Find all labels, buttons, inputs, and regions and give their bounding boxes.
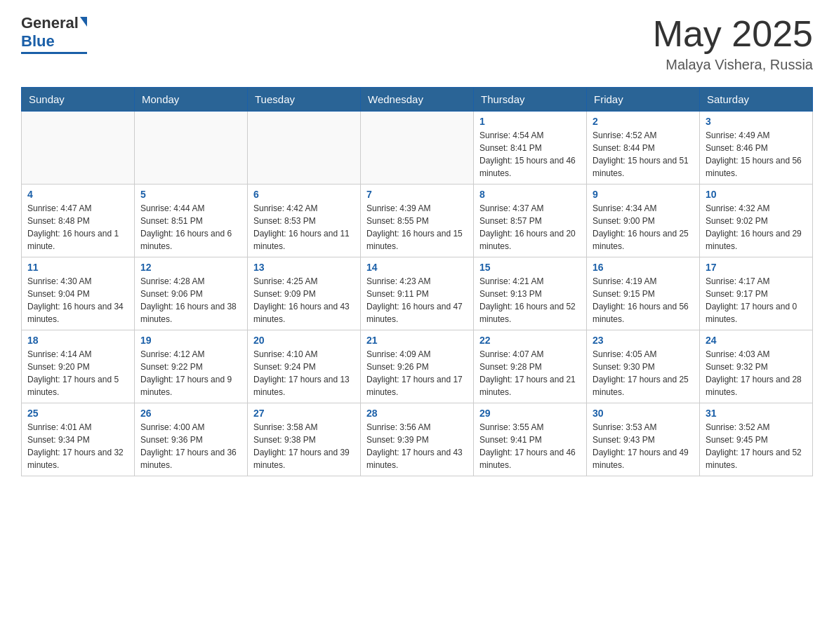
day-info: Sunrise: 4:00 AM Sunset: 9:36 PM Dayligh…: [140, 421, 241, 471]
weekday-header-tuesday: Tuesday: [248, 88, 361, 112]
calendar-cell: 2Sunrise: 4:52 AM Sunset: 8:44 PM Daylig…: [587, 112, 700, 185]
calendar-cell: 23Sunrise: 4:05 AM Sunset: 9:30 PM Dayli…: [587, 330, 700, 403]
day-info: Sunrise: 3:55 AM Sunset: 9:41 PM Dayligh…: [479, 421, 581, 471]
day-number: 11: [27, 262, 128, 273]
day-number: 30: [593, 408, 694, 419]
day-info: Sunrise: 4:12 AM Sunset: 9:22 PM Dayligh…: [140, 348, 241, 398]
day-number: 3: [706, 116, 807, 127]
calendar-cell: 26Sunrise: 4:00 AM Sunset: 9:36 PM Dayli…: [135, 403, 248, 476]
day-info: Sunrise: 4:34 AM Sunset: 9:00 PM Dayligh…: [593, 202, 694, 253]
day-info: Sunrise: 4:32 AM Sunset: 9:02 PM Dayligh…: [706, 202, 807, 253]
day-info: Sunrise: 4:42 AM Sunset: 8:53 PM Dayligh…: [253, 202, 355, 253]
day-number: 15: [479, 262, 581, 273]
day-info: Sunrise: 4:07 AM Sunset: 9:28 PM Dayligh…: [479, 348, 581, 398]
day-info: Sunrise: 4:21 AM Sunset: 9:13 PM Dayligh…: [479, 275, 581, 326]
day-info: Sunrise: 3:52 AM Sunset: 9:45 PM Dayligh…: [706, 421, 807, 471]
calendar-table: SundayMondayTuesdayWednesdayThursdayFrid…: [21, 87, 813, 476]
day-info: Sunrise: 4:01 AM Sunset: 9:34 PM Dayligh…: [27, 421, 128, 471]
day-number: 29: [479, 408, 581, 419]
day-number: 12: [140, 262, 241, 273]
calendar-cell: 22Sunrise: 4:07 AM Sunset: 9:28 PM Dayli…: [474, 330, 587, 403]
day-info: Sunrise: 4:44 AM Sunset: 8:51 PM Dayligh…: [140, 202, 241, 253]
calendar-cell: 19Sunrise: 4:12 AM Sunset: 9:22 PM Dayli…: [135, 330, 248, 403]
calendar-cell: 24Sunrise: 4:03 AM Sunset: 9:32 PM Dayli…: [700, 330, 813, 403]
day-number: 1: [479, 116, 581, 127]
calendar-cell: 6Sunrise: 4:42 AM Sunset: 8:53 PM Daylig…: [248, 185, 361, 257]
day-info: Sunrise: 4:52 AM Sunset: 8:44 PM Dayligh…: [593, 129, 694, 180]
calendar-cell: 31Sunrise: 3:52 AM Sunset: 9:45 PM Dayli…: [700, 403, 813, 476]
calendar-cell: 12Sunrise: 4:28 AM Sunset: 9:06 PM Dayli…: [135, 257, 248, 330]
logo-triangle-icon: [80, 17, 87, 27]
calendar-cell: 20Sunrise: 4:10 AM Sunset: 9:24 PM Dayli…: [248, 330, 361, 403]
location-label: Malaya Vishera, Russia: [653, 57, 813, 73]
day-info: Sunrise: 4:47 AM Sunset: 8:48 PM Dayligh…: [27, 202, 128, 253]
logo-blue-text: Blue: [21, 32, 55, 51]
header-right: May 2025 Malaya Vishera, Russia: [653, 14, 813, 73]
day-number: 28: [366, 408, 468, 419]
calendar-cell: 28Sunrise: 3:56 AM Sunset: 9:39 PM Dayli…: [361, 403, 474, 476]
calendar-cell: [361, 112, 474, 185]
day-number: 8: [479, 189, 581, 200]
calendar-cell: 27Sunrise: 3:58 AM Sunset: 9:38 PM Dayli…: [248, 403, 361, 476]
day-info: Sunrise: 3:56 AM Sunset: 9:39 PM Dayligh…: [366, 421, 468, 471]
day-info: Sunrise: 4:30 AM Sunset: 9:04 PM Dayligh…: [27, 275, 128, 326]
day-number: 21: [366, 335, 468, 346]
day-info: Sunrise: 3:58 AM Sunset: 9:38 PM Dayligh…: [253, 421, 355, 471]
day-info: Sunrise: 4:03 AM Sunset: 9:32 PM Dayligh…: [706, 348, 807, 398]
day-info: Sunrise: 4:10 AM Sunset: 9:24 PM Dayligh…: [253, 348, 355, 398]
calendar-cell: 9Sunrise: 4:34 AM Sunset: 9:00 PM Daylig…: [587, 185, 700, 257]
day-number: 7: [366, 189, 468, 200]
weekday-header-wednesday: Wednesday: [361, 88, 474, 112]
day-number: 4: [27, 189, 128, 200]
calendar-cell: 30Sunrise: 3:53 AM Sunset: 9:43 PM Dayli…: [587, 403, 700, 476]
day-number: 31: [706, 408, 807, 419]
calendar-cell: 29Sunrise: 3:55 AM Sunset: 9:41 PM Dayli…: [474, 403, 587, 476]
calendar-week-4: 18Sunrise: 4:14 AM Sunset: 9:20 PM Dayli…: [22, 330, 813, 403]
day-number: 22: [479, 335, 581, 346]
day-info: Sunrise: 4:23 AM Sunset: 9:11 PM Dayligh…: [366, 275, 468, 326]
calendar-cell: [22, 112, 135, 185]
day-info: Sunrise: 3:53 AM Sunset: 9:43 PM Dayligh…: [593, 421, 694, 471]
day-info: Sunrise: 4:54 AM Sunset: 8:41 PM Dayligh…: [479, 129, 581, 180]
day-number: 23: [593, 335, 694, 346]
day-number: 13: [253, 262, 355, 273]
calendar-cell: [248, 112, 361, 185]
calendar-cell: 11Sunrise: 4:30 AM Sunset: 9:04 PM Dayli…: [22, 257, 135, 330]
day-number: 10: [706, 189, 807, 200]
day-number: 16: [593, 262, 694, 273]
day-info: Sunrise: 4:28 AM Sunset: 9:06 PM Dayligh…: [140, 275, 241, 326]
calendar-cell: 3Sunrise: 4:49 AM Sunset: 8:46 PM Daylig…: [700, 112, 813, 185]
calendar-cell: 21Sunrise: 4:09 AM Sunset: 9:26 PM Dayli…: [361, 330, 474, 403]
day-number: 6: [253, 189, 355, 200]
day-info: Sunrise: 4:09 AM Sunset: 9:26 PM Dayligh…: [366, 348, 468, 398]
day-info: Sunrise: 4:25 AM Sunset: 9:09 PM Dayligh…: [253, 275, 355, 326]
day-number: 17: [706, 262, 807, 273]
calendar-week-2: 4Sunrise: 4:47 AM Sunset: 8:48 PM Daylig…: [22, 185, 813, 257]
calendar-cell: 1Sunrise: 4:54 AM Sunset: 8:41 PM Daylig…: [474, 112, 587, 185]
day-number: 5: [140, 189, 241, 200]
calendar-cell: 13Sunrise: 4:25 AM Sunset: 9:09 PM Dayli…: [248, 257, 361, 330]
day-number: 14: [366, 262, 468, 273]
weekday-header-row: SundayMondayTuesdayWednesdayThursdayFrid…: [22, 88, 813, 112]
calendar-week-3: 11Sunrise: 4:30 AM Sunset: 9:04 PM Dayli…: [22, 257, 813, 330]
weekday-header-friday: Friday: [587, 88, 700, 112]
day-number: 9: [593, 189, 694, 200]
day-number: 19: [140, 335, 241, 346]
calendar-week-1: 1Sunrise: 4:54 AM Sunset: 8:41 PM Daylig…: [22, 112, 813, 185]
day-number: 27: [253, 408, 355, 419]
calendar-week-5: 25Sunrise: 4:01 AM Sunset: 9:34 PM Dayli…: [22, 403, 813, 476]
calendar-cell: 10Sunrise: 4:32 AM Sunset: 9:02 PM Dayli…: [700, 185, 813, 257]
day-info: Sunrise: 4:14 AM Sunset: 9:20 PM Dayligh…: [27, 348, 128, 398]
day-info: Sunrise: 4:19 AM Sunset: 9:15 PM Dayligh…: [593, 275, 694, 326]
weekday-header-thursday: Thursday: [474, 88, 587, 112]
calendar-cell: 5Sunrise: 4:44 AM Sunset: 8:51 PM Daylig…: [135, 185, 248, 257]
weekday-header-sunday: Sunday: [22, 88, 135, 112]
day-number: 2: [593, 116, 694, 127]
calendar-cell: 4Sunrise: 4:47 AM Sunset: 8:48 PM Daylig…: [22, 185, 135, 257]
calendar-cell: 8Sunrise: 4:37 AM Sunset: 8:57 PM Daylig…: [474, 185, 587, 257]
day-info: Sunrise: 4:39 AM Sunset: 8:55 PM Dayligh…: [366, 202, 468, 253]
day-info: Sunrise: 4:37 AM Sunset: 8:57 PM Dayligh…: [479, 202, 581, 253]
logo: General Blue: [21, 14, 87, 54]
logo-underline: [21, 52, 87, 54]
month-title: May 2025: [653, 14, 813, 54]
